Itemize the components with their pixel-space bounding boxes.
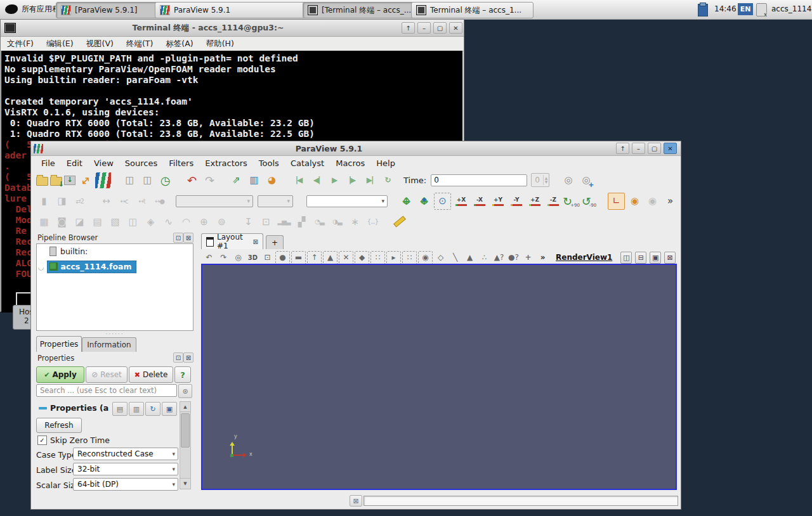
select-block-icon[interactable]: ◆	[355, 251, 369, 264]
color-by-combobox[interactable]	[176, 195, 253, 207]
select-points-polygon-icon[interactable]: ▲	[323, 251, 337, 264]
query-points-icon[interactable]: ●?	[507, 252, 520, 264]
slice-icon[interactable]: ▤	[89, 214, 105, 229]
pipeline-float-icon[interactable]: ⊡	[173, 233, 183, 243]
python-annotation-icon[interactable]: {...}	[365, 214, 381, 229]
select-cells-polygon-icon[interactable]: ↑	[307, 251, 322, 264]
save-defaults-icon[interactable]: ▣	[162, 402, 177, 416]
paraview-minimize-button[interactable]: –	[632, 143, 645, 154]
reset-camera-icon[interactable]: ↔↕	[398, 193, 414, 209]
interactive-select-points-icon[interactable]: ▸	[386, 251, 401, 264]
terminal-menu-item[interactable]: 视图(V)	[86, 39, 114, 49]
skip-zero-time-checkbox[interactable]: ✓	[37, 435, 47, 445]
camera-adjust-icon[interactable]: ⇗	[228, 172, 244, 188]
tab-information[interactable]: Information	[82, 337, 136, 352]
menu-item[interactable]: Edit	[62, 157, 88, 169]
grow-selection-icon[interactable]: ◇	[434, 252, 447, 264]
previous-frame-icon[interactable]: ◀|	[308, 172, 324, 188]
view-plus-z-button[interactable]: +Z	[527, 193, 543, 209]
viewbar-overflow-icon[interactable]: »	[536, 252, 549, 264]
field-combobox[interactable]: 64-bit (DP)	[73, 478, 178, 491]
layout-tab-close-icon[interactable]: ⊠	[253, 238, 258, 245]
toolbar-overflow-icon[interactable]: »	[662, 193, 678, 209]
scroll-down-icon[interactable]: ▼	[180, 478, 191, 489]
paraview-logo-icon[interactable]	[95, 172, 111, 188]
menu-item[interactable]: View	[89, 157, 119, 169]
terminal-menu-item[interactable]: 标签(A)	[166, 39, 193, 49]
layout-tab[interactable]: Layout #1 ⊠	[201, 233, 263, 249]
help-button[interactable]: ?	[174, 366, 191, 383]
view-minus-y-button[interactable]: -Y	[508, 193, 525, 209]
time-max-spinbox[interactable]: 0 ▲▼	[531, 173, 549, 187]
zoom-to-box-camera-icon[interactable]: ⊙	[434, 193, 451, 210]
zoom-to-selection-icon[interactable]: ◉	[418, 251, 433, 264]
terminal-close-button[interactable]: ✕	[449, 22, 462, 34]
clip-icon[interactable]: ◪	[72, 214, 88, 229]
maximize-view-icon[interactable]: ▣	[650, 252, 661, 264]
search-options-gear-icon[interactable]: ⊛	[178, 384, 192, 398]
apply-button[interactable]: ✔ Apply	[36, 366, 84, 383]
selected-source-row[interactable]: accs_1114.foam	[47, 261, 136, 273]
language-indicator[interactable]: EN	[738, 3, 753, 15]
query-cells-icon[interactable]: ▲?	[492, 252, 506, 264]
visibility-eye-icon[interactable]: ◡	[38, 263, 44, 271]
plot-over-time-icon[interactable]: ◔▃	[311, 214, 327, 229]
menu-item[interactable]: Help	[371, 157, 400, 169]
camera-undo-icon[interactable]: ↶	[202, 252, 216, 264]
menu-item[interactable]: Filters	[164, 157, 199, 169]
menu-item[interactable]: Macros	[331, 157, 370, 169]
group-datasets-icon[interactable]: ⊕	[196, 214, 212, 229]
menu-item[interactable]: Sources	[120, 157, 162, 169]
edit-color-legend-icon[interactable]: ◨	[54, 193, 70, 209]
properties-scrollbar[interactable]	[180, 411, 191, 479]
open-file-icon[interactable]	[36, 177, 48, 186]
next-frame-icon[interactable]: |▶	[344, 172, 360, 188]
zoom-closest-icon[interactable]: ↔↕	[416, 193, 432, 209]
camera-add-icon[interactable]: ◎	[578, 172, 594, 188]
paraview-maximize-button[interactable]: ▢	[648, 143, 661, 154]
plot-over-line-icon[interactable]: ▞	[294, 214, 310, 229]
taskbar-window-terminal[interactable]: Terminal 终端 – accs_1...	[411, 2, 534, 18]
rescale-to-visible-range-icon[interactable]: ↔●	[152, 193, 167, 209]
threshold-icon[interactable]: ▧	[107, 214, 123, 229]
connect-server-icon[interactable]: ◫	[122, 172, 138, 188]
hover-points-icon[interactable]: ∷	[402, 251, 417, 264]
toggle-2d3d-icon[interactable]: 3D	[246, 252, 259, 264]
stream-tracer-icon[interactable]: ∿	[160, 214, 176, 229]
field-combobox[interactable]: Reconstructed Case	[73, 448, 178, 460]
view-plus-x-button[interactable]: +X	[453, 193, 469, 209]
time-input[interactable]	[431, 174, 527, 186]
contour-icon[interactable]: ◙	[54, 214, 70, 229]
add-widget-icon[interactable]: +	[521, 252, 535, 264]
clipboard-icon[interactable]	[698, 4, 708, 16]
terminal-menu-item[interactable]: 文件(F)	[7, 39, 34, 49]
histogram-icon[interactable]: ▂▅▃	[276, 214, 292, 229]
disconnect-server-icon[interactable]: ◫	[140, 172, 155, 188]
view-minus-x-button[interactable]: -X	[471, 193, 488, 209]
pipeline-item-source[interactable]: ◡ accs_1114.foam	[38, 261, 136, 273]
terminal-titlebar[interactable]: Terminal 终端 - accs_1114@gpu3:~ ↑ – ▢ ✕	[1, 20, 464, 37]
use-separate-color-map-icon[interactable]: ⇄2	[72, 193, 88, 209]
refresh-button[interactable]: Refresh	[36, 418, 82, 433]
properties-float-icon[interactable]: ⊡	[173, 352, 183, 363]
calculator-icon[interactable]: ▦	[36, 214, 52, 229]
terminal-menu-item[interactable]: 终端(T)	[126, 39, 153, 49]
interactive-select-cells-icon[interactable]: ∷	[370, 251, 385, 264]
color-palette-icon[interactable]: ◕	[264, 172, 280, 188]
extract-subset-icon[interactable]: ◫	[125, 214, 141, 229]
show-orientation-axes-icon[interactable]: ∟	[608, 193, 625, 210]
rotate-90-cw-icon[interactable]: ↻+90	[563, 193, 579, 209]
warp-icon[interactable]: ◠	[178, 214, 194, 229]
paraview-shade-button[interactable]: ↑	[616, 143, 629, 154]
terminal-minimize-button[interactable]: –	[417, 22, 431, 34]
select-frustum-icon[interactable]: ✕	[339, 251, 353, 264]
taskbar-window-paraview-minimized[interactable]: [ParaView 5.9.1]	[56, 2, 161, 18]
menu-item[interactable]: File	[36, 157, 60, 169]
abort-progress-icon[interactable]: ⊠	[350, 495, 362, 506]
scrollbar-thumb[interactable]	[181, 413, 190, 448]
select-cells-on-icon[interactable]: ●	[275, 251, 290, 264]
paraview-close-button[interactable]: ✕	[664, 143, 677, 154]
zoom-to-box-icon[interactable]: ⊡	[261, 252, 274, 264]
section-collapse-icon[interactable]	[39, 407, 47, 410]
zoom-to-data-icon[interactable]: ◎	[560, 172, 576, 188]
